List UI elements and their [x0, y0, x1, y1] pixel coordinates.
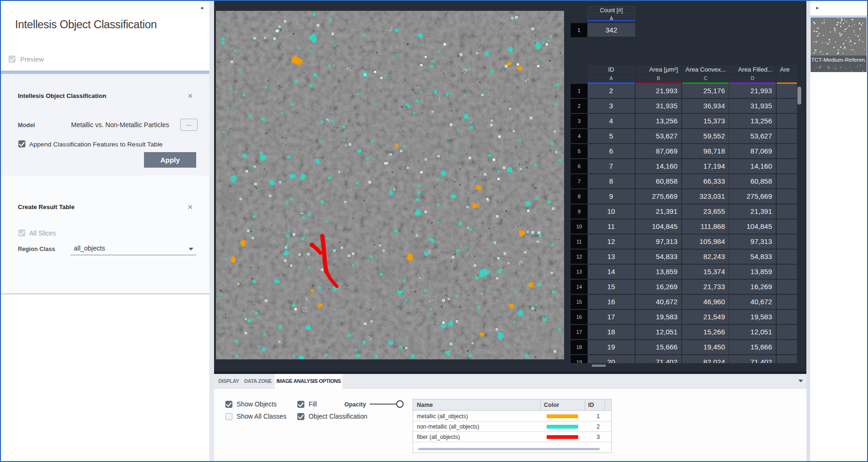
- svg-text:TCT-Medium-Referen...: TCT-Medium-Referen...: [811, 57, 867, 63]
